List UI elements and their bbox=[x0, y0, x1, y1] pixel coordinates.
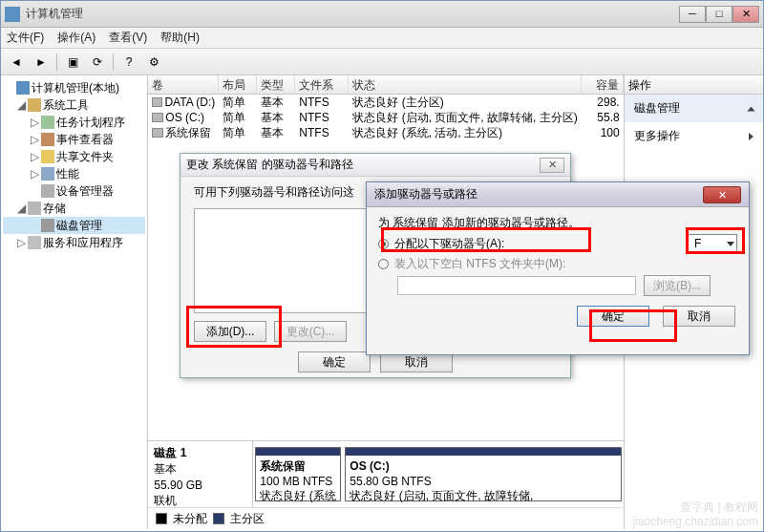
tree-shared-folders[interactable]: ▷共享文件夹 bbox=[3, 148, 145, 165]
expand-icon bbox=[748, 106, 755, 111]
volume-icon bbox=[152, 128, 163, 138]
drive-letter-combo[interactable]: F bbox=[688, 234, 737, 253]
forward-button[interactable]: ► bbox=[30, 52, 53, 73]
add-drive-letter-dialog: 添加驱动器号或路径 ✕ 为 系统保留 添加新的驱动器号或路径。 分配以下驱动器号… bbox=[366, 181, 750, 355]
volume-row[interactable]: OS (C:) 简单 基本 NTFS 状态良好 (启动, 页面文件, 故障转储,… bbox=[148, 110, 623, 125]
volume-row[interactable]: 系统保留 简单 基本 NTFS 状态良好 (系统, 活动, 主分区) 100 bbox=[148, 125, 623, 140]
change-button: 更改(C)... bbox=[274, 321, 347, 342]
tree-task-scheduler[interactable]: ▷任务计划程序 bbox=[3, 114, 145, 131]
chevron-down-icon bbox=[727, 242, 734, 246]
disk-map: 磁盘 1 基本 55.90 GB 联机 系统保留 100 MB NTFS 状态良… bbox=[148, 440, 623, 529]
volume-grid-body: DATA (D:) 简单 基本 NTFS 状态良好 (主分区) 298. OS … bbox=[148, 95, 623, 140]
menu-file[interactable]: 文件(F) bbox=[7, 30, 44, 46]
browse-button: 浏览(B)... bbox=[644, 275, 711, 296]
close-button[interactable]: ✕ bbox=[732, 6, 759, 23]
actions-diskmgmt[interactable]: 磁盘管理 bbox=[625, 95, 763, 122]
refresh-button[interactable]: ⟳ bbox=[86, 52, 109, 73]
tree-services-apps[interactable]: ▷服务和应用程序 bbox=[3, 234, 145, 251]
dialog2-desc: 为 系统保留 添加新的驱动器号或路径。 bbox=[378, 213, 737, 234]
tree-root[interactable]: 计算机管理(本地) bbox=[3, 79, 145, 96]
disk-header[interactable]: 磁盘 1 基本 55.90 GB 联机 bbox=[148, 441, 253, 507]
app-icon bbox=[5, 7, 20, 22]
actions-header: 操作 bbox=[625, 75, 763, 95]
tree-storage[interactable]: ◢存储 bbox=[3, 200, 145, 217]
maximize-button[interactable]: □ bbox=[706, 6, 732, 23]
volume-icon bbox=[152, 97, 162, 107]
toolbar: ◄ ► ▣ ⟳ ? ⚙ bbox=[1, 49, 763, 75]
add-button[interactable]: 添加(D)... bbox=[194, 321, 266, 342]
partition-system-reserved[interactable]: 系统保留 100 MB NTFS 状态良好 (系统 bbox=[255, 447, 341, 501]
nav-tree: 计算机管理(本地) ◢系统工具 ▷任务计划程序 ▷事件查看器 ▷共享文件夹 ▷性… bbox=[1, 75, 148, 529]
mount-path-input bbox=[397, 276, 636, 295]
radio-mount-label: 装入以下空白 NTFS 文件夹中(M): bbox=[394, 254, 565, 275]
volume-icon bbox=[152, 113, 163, 122]
radio-mount-folder[interactable] bbox=[378, 259, 389, 269]
volume-grid-header: 卷 布局 类型 文件系统 状态 容量 bbox=[148, 75, 623, 95]
minimize-button[interactable]: ─ bbox=[679, 6, 706, 23]
menu-help[interactable]: 帮助(H) bbox=[160, 30, 200, 46]
volume-row[interactable]: DATA (D:) 简单 基本 NTFS 状态良好 (主分区) 298. bbox=[148, 95, 623, 110]
dialog2-close-button[interactable]: ✕ bbox=[703, 186, 741, 203]
col-capacity[interactable]: 容量 bbox=[582, 75, 624, 94]
tree-system-tools[interactable]: ◢系统工具 bbox=[3, 96, 145, 114]
help-button[interactable]: ? bbox=[117, 52, 140, 73]
watermark: 查字典 | 教程网 jiaocheng.chazidian.com bbox=[633, 500, 758, 528]
tree-event-viewer[interactable]: ▷事件查看器 bbox=[3, 131, 145, 148]
actions-more[interactable]: 更多操作 bbox=[625, 122, 763, 150]
tree-device-manager[interactable]: 设备管理器 bbox=[3, 182, 145, 200]
dialog2-ok-button[interactable]: 确定 bbox=[577, 306, 649, 327]
dialog1-close-button[interactable]: ✕ bbox=[540, 158, 564, 173]
col-type[interactable]: 类型 bbox=[257, 75, 295, 94]
radio-assign-letter[interactable] bbox=[378, 239, 389, 249]
col-status[interactable]: 状态 bbox=[349, 75, 581, 94]
radio-assign-label: 分配以下驱动器号(A): bbox=[394, 234, 504, 255]
back-button[interactable]: ◄ bbox=[5, 52, 28, 73]
titlebar[interactable]: 计算机管理 ─ □ ✕ bbox=[1, 1, 763, 28]
tree-disk-management[interactable]: 磁盘管理 bbox=[3, 217, 145, 234]
up-button[interactable]: ▣ bbox=[61, 52, 84, 73]
col-volume[interactable]: 卷 bbox=[148, 75, 219, 94]
dialog2-title: 添加驱动器号或路径 bbox=[374, 186, 478, 202]
tree-performance[interactable]: ▷性能 bbox=[3, 165, 145, 182]
dialog2-cancel-button[interactable]: 取消 bbox=[663, 306, 735, 327]
chevron-right-icon bbox=[749, 133, 753, 140]
dialog1-title: 更改 系统保留 的驱动器号和路径 bbox=[186, 157, 353, 173]
menubar: 文件(F) 操作(A) 查看(V) 帮助(H) bbox=[1, 28, 763, 49]
col-filesystem[interactable]: 文件系统 bbox=[295, 75, 349, 94]
legend: 未分配 主分区 bbox=[148, 508, 623, 529]
menu-view[interactable]: 查看(V) bbox=[109, 30, 147, 46]
partition-os-c[interactable]: OS (C:) 55.80 GB NTFS 状态良好 (启动, 页面文件, 故障… bbox=[345, 447, 621, 501]
col-layout[interactable]: 布局 bbox=[219, 75, 257, 94]
dialog1-ok-button[interactable]: 确定 bbox=[298, 351, 371, 372]
settings-button[interactable]: ⚙ bbox=[142, 52, 165, 73]
window-title: 计算机管理 bbox=[26, 6, 679, 22]
menu-action[interactable]: 操作(A) bbox=[57, 30, 96, 46]
